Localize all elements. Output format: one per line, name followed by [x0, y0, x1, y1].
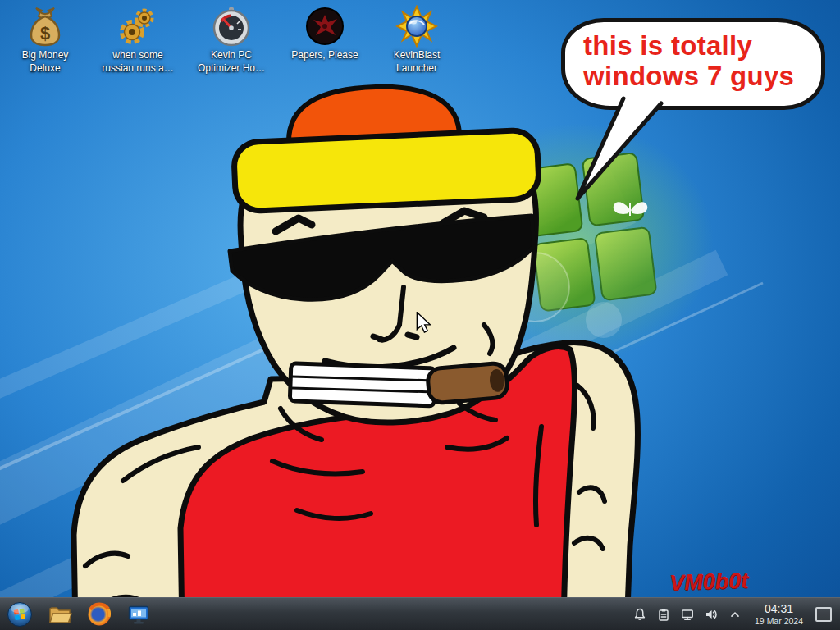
desktop-icon-kevin-pc-optimizer[interactable]: Kevin PC Optimizer Ho… — [192, 5, 271, 75]
svg-text:$: $ — [40, 23, 50, 43]
taskbar: 04:31 19 Mar 2024 — [0, 597, 840, 630]
show-desktop-button[interactable] — [815, 607, 832, 622]
clock-time: 04:31 — [755, 602, 803, 615]
desktop-icon-label: when some russian runs a… — [98, 49, 177, 75]
gears-icon — [116, 5, 159, 48]
desktop-icon-kevinblast-launcher[interactable]: KevinBlast Launcher — [377, 5, 456, 75]
tray-expand-icon[interactable] — [728, 607, 742, 622]
start-orb-icon — [7, 601, 33, 628]
desktop-icon-label: Big Money Deluxe — [6, 49, 84, 75]
desktop-icon-label: KevinBlast Launcher — [377, 49, 456, 75]
volume-icon[interactable] — [704, 607, 719, 622]
taskbar-firefox-button[interactable] — [87, 602, 112, 627]
logo-glow — [443, 123, 714, 361]
notifications-icon[interactable] — [632, 607, 647, 622]
clock-date: 19 Mar 2024 — [755, 616, 803, 626]
butterfly-icon — [614, 202, 647, 216]
speech-bubble-line2: windows 7 guys — [583, 61, 813, 91]
desktop-icon-label: Papers, Please — [291, 49, 358, 62]
watermark: VM0b0t — [669, 568, 748, 596]
papers-please-emblem-icon — [304, 5, 346, 48]
speech-bubble: this is totally windows 7 guys — [561, 18, 825, 110]
device-notifier-icon[interactable] — [680, 607, 695, 622]
desktop: $ Big Money Deluxe when some russian run… — [0, 0, 840, 630]
system-tray: 04:31 19 Mar 2024 — [632, 602, 833, 625]
clipboard-icon[interactable] — [656, 607, 671, 622]
taskbar-file-manager-button[interactable] — [48, 602, 72, 627]
monitor-icon — [126, 602, 151, 627]
start-button[interactable] — [7, 601, 33, 628]
mouse-cursor — [415, 312, 433, 333]
windows-logo — [520, 153, 657, 312]
money-bag-icon: $ — [24, 5, 66, 48]
folder-icon — [48, 602, 72, 627]
starburst-globe-icon — [395, 5, 438, 48]
clock[interactable]: 04:31 19 Mar 2024 — [755, 602, 803, 625]
gauge-icon — [210, 5, 253, 48]
desktop-icon-when-some-russian[interactable]: when some russian runs a… — [98, 5, 177, 75]
desktop-icon-label: Kevin PC Optimizer Ho… — [192, 49, 271, 75]
desktop-icon-big-money-deluxe[interactable]: $ Big Money Deluxe — [6, 5, 84, 75]
taskbar-system-monitor-button[interactable] — [126, 602, 151, 627]
firefox-icon — [87, 602, 112, 627]
desktop-icon-papers-please[interactable]: Papers, Please — [285, 5, 364, 62]
speech-bubble-line1: this is totally — [583, 30, 813, 61]
